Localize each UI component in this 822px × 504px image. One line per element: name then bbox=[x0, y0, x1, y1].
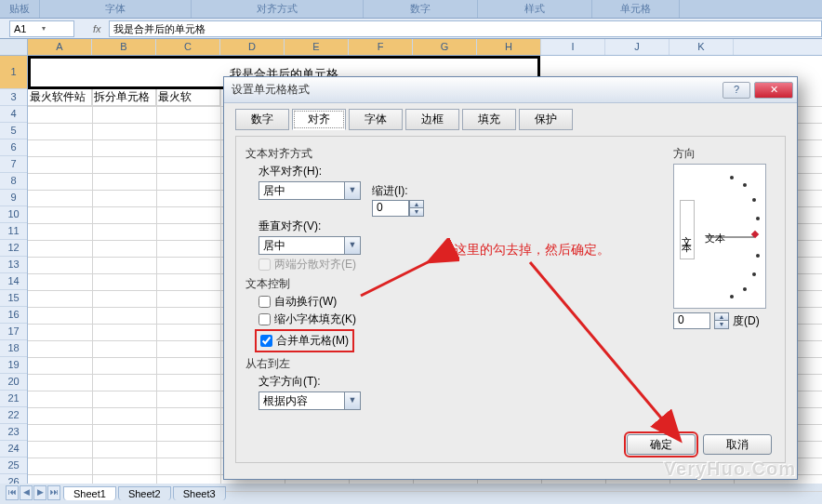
row-6[interactable]: 6 bbox=[0, 139, 27, 156]
watermark: VeryHuo.Com bbox=[664, 458, 796, 480]
label-shrink-to-fit: 缩小字体填充(K) bbox=[274, 312, 356, 327]
row-4[interactable]: 4 bbox=[0, 106, 27, 123]
row-1[interactable]: 1 bbox=[0, 56, 27, 89]
select-all-corner[interactable] bbox=[0, 39, 28, 55]
row-11[interactable]: 11 bbox=[0, 223, 27, 240]
tab-sheet1[interactable]: Sheet1 bbox=[63, 486, 116, 500]
row-15[interactable]: 15 bbox=[0, 290, 27, 307]
ribbon-cells: 单元格 bbox=[592, 0, 680, 18]
chevron-down-icon: ▼ bbox=[344, 392, 360, 409]
fx-icon[interactable]: fx bbox=[93, 23, 101, 34]
row-17[interactable]: 17 bbox=[0, 324, 27, 340]
ribbon-group-labels: 贴板 字体 对齐方式 数字 样式 单元格 bbox=[0, 0, 822, 19]
label-h-align: 水平对齐(H): bbox=[259, 164, 342, 179]
cell-A3[interactable]: 最火软件站 bbox=[28, 89, 92, 106]
row-20[interactable]: 20 bbox=[0, 374, 27, 391]
row-5[interactable]: 5 bbox=[0, 123, 27, 139]
svg-point-0 bbox=[730, 176, 734, 179]
tab-sheet2[interactable]: Sheet2 bbox=[118, 486, 171, 500]
spinner-degrees[interactable]: ▲▼ bbox=[714, 312, 729, 329]
sheet-nav-first-icon[interactable]: ⏮ bbox=[6, 485, 19, 500]
orientation-vertical-text[interactable]: 文本 bbox=[680, 200, 695, 259]
row-24[interactable]: 24 bbox=[0, 441, 27, 458]
ribbon-clipboard: 贴板 bbox=[0, 0, 40, 18]
tab-font[interactable]: 字体 bbox=[349, 109, 403, 130]
checkbox-merge-cells[interactable] bbox=[260, 335, 272, 347]
dialog-help-button[interactable]: ? bbox=[723, 82, 750, 99]
name-box-dropdown-icon[interactable]: ▾ bbox=[42, 24, 70, 33]
col-B[interactable]: B bbox=[92, 39, 156, 55]
cell-B3[interactable]: 拆分单元格 bbox=[92, 89, 156, 106]
sheet-nav-next-icon[interactable]: ▶ bbox=[33, 485, 46, 500]
row-22[interactable]: 22 bbox=[0, 407, 27, 424]
format-cells-dialog: 设置单元格格式 ? ✕ 数字 对齐 字体 边框 填充 保护 文本对齐方式 水平对… bbox=[223, 76, 798, 480]
col-A[interactable]: A bbox=[28, 39, 92, 55]
spinner-down-icon: ▼ bbox=[410, 208, 423, 216]
row-19[interactable]: 19 bbox=[0, 357, 27, 374]
ribbon-styles: 样式 bbox=[478, 0, 592, 18]
tab-border[interactable]: 边框 bbox=[405, 109, 459, 130]
sheet-nav-prev-icon[interactable]: ◀ bbox=[20, 485, 33, 500]
tab-number[interactable]: 数字 bbox=[235, 109, 289, 130]
name-box[interactable]: A1 ▾ bbox=[9, 20, 74, 37]
formula-bar[interactable]: 我是合并后的单元格 bbox=[109, 20, 822, 37]
svg-point-2 bbox=[752, 198, 756, 202]
col-F[interactable]: F bbox=[349, 39, 413, 55]
ribbon-number: 数字 bbox=[364, 0, 478, 18]
col-K[interactable]: K bbox=[670, 39, 734, 55]
row-13[interactable]: 13 bbox=[0, 257, 27, 273]
tab-sheet3[interactable]: Sheet3 bbox=[173, 486, 226, 500]
sheet-tab-bar: ⏮ ◀ ▶ ⏭ Sheet1 Sheet2 Sheet3 bbox=[0, 484, 226, 502]
svg-point-1 bbox=[743, 183, 747, 187]
row-14[interactable]: 14 bbox=[0, 273, 27, 290]
column-headers: A B C D E F G H I J K bbox=[0, 39, 822, 56]
spinner-indent[interactable]: ▲▼ bbox=[409, 200, 424, 217]
row-18[interactable]: 18 bbox=[0, 340, 27, 357]
combo-text-direction[interactable]: 根据内容▼ bbox=[259, 391, 361, 410]
row-9[interactable]: 9 bbox=[0, 190, 27, 206]
checkbox-wrap-text[interactable] bbox=[259, 296, 271, 308]
checkbox-shrink-to-fit[interactable] bbox=[259, 313, 271, 325]
sheet-nav-last-icon[interactable]: ⏭ bbox=[47, 485, 60, 500]
chevron-down-icon: ▼ bbox=[344, 182, 360, 199]
col-G[interactable]: G bbox=[413, 39, 477, 55]
row-headers: 1 3 document.write(Array.from({length:23… bbox=[0, 56, 28, 484]
row-12[interactable]: 12 bbox=[0, 240, 27, 257]
input-degrees[interactable]: 0 bbox=[673, 312, 710, 329]
label-direction: 方向 bbox=[673, 146, 776, 162]
tab-protection[interactable]: 保护 bbox=[519, 109, 573, 130]
ok-button[interactable]: 确定 bbox=[627, 434, 696, 455]
row-3[interactable]: 3 bbox=[0, 89, 27, 106]
row-16[interactable]: 16 bbox=[0, 307, 27, 324]
row-10[interactable]: 10 bbox=[0, 206, 27, 223]
col-D[interactable]: D bbox=[220, 39, 285, 55]
dialog-close-button[interactable]: ✕ bbox=[754, 82, 793, 99]
svg-point-6 bbox=[743, 287, 747, 291]
row-7[interactable]: 7 bbox=[0, 156, 27, 173]
label-text-direction: 文字方向(T): bbox=[259, 374, 342, 390]
cancel-button[interactable]: 取消 bbox=[703, 434, 772, 455]
col-J[interactable]: J bbox=[605, 39, 670, 55]
combo-v-align[interactable]: 居中▼ bbox=[259, 236, 361, 255]
row-21[interactable]: 21 bbox=[0, 391, 27, 407]
row-8[interactable]: 8 bbox=[0, 173, 27, 190]
orientation-widget[interactable]: 文本 文本 bbox=[673, 164, 766, 309]
dialog-titlebar[interactable]: 设置单元格格式 ? ✕ bbox=[224, 77, 797, 103]
tab-alignment[interactable]: 对齐 bbox=[292, 109, 346, 130]
cell-C3[interactable]: 最火软 bbox=[156, 89, 220, 106]
label-merge-cells: 合并单元格(M) bbox=[276, 333, 349, 349]
label-v-align: 垂直对齐(V): bbox=[259, 219, 342, 234]
col-C[interactable]: C bbox=[156, 39, 220, 55]
name-box-value: A1 bbox=[14, 23, 42, 34]
row-25[interactable]: 25 bbox=[0, 458, 27, 474]
combo-h-align[interactable]: 居中▼ bbox=[259, 181, 361, 200]
ribbon-alignment: 对齐方式 bbox=[192, 0, 364, 18]
col-I[interactable]: I bbox=[541, 39, 605, 55]
svg-point-4 bbox=[756, 254, 760, 258]
svg-point-3 bbox=[756, 217, 760, 220]
input-indent[interactable]: 0 bbox=[372, 200, 409, 217]
col-H[interactable]: H bbox=[477, 39, 541, 55]
row-23[interactable]: 23 bbox=[0, 424, 27, 441]
tab-fill[interactable]: 填充 bbox=[462, 109, 516, 130]
col-E[interactable]: E bbox=[285, 39, 349, 55]
